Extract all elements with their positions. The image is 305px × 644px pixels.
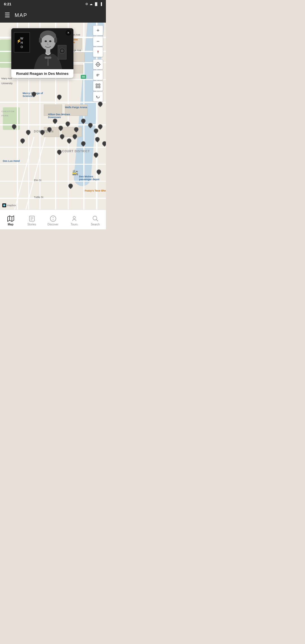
court-district-label: COURT DISTRICT: [62, 150, 90, 153]
mary-label: Mary Ave: [1, 77, 12, 80]
svg-rect-10: [96, 84, 97, 85]
svg-rect-12: [96, 86, 97, 88]
fuzzys-label: Fuzzy's Taco Shop: [85, 189, 106, 192]
map-controls: + − 0°: [93, 25, 103, 102]
svg-point-30: [61, 49, 64, 52]
pin-low2[interactable]: [93, 153, 99, 158]
pin-elm1[interactable]: [68, 184, 73, 189]
pin-right2[interactable]: [88, 123, 93, 129]
pin-mid7[interactable]: [102, 141, 106, 147]
zoom-out-button[interactable]: −: [93, 36, 103, 46]
svg-marker-42: [53, 219, 54, 221]
page-title: MAP: [15, 12, 27, 18]
nav-stories-label: Stories: [27, 223, 36, 226]
road-tuttle: [0, 198, 106, 199]
des-lux-label: Des Lux Hotel: [3, 160, 20, 162]
popup-image: W H O ⚡: [11, 28, 73, 69]
cheatom-park-label: PARK: [1, 114, 9, 117]
pin-right1[interactable]: [80, 119, 86, 124]
pin-mercy[interactable]: [31, 92, 37, 97]
svg-rect-25: [46, 49, 50, 55]
status-time: 6:21: [4, 2, 11, 6]
fullscreen-button[interactable]: [93, 81, 103, 91]
pin-mid1[interactable]: [20, 138, 25, 144]
top-bar: ☰ MAP: [0, 8, 106, 23]
pin-mid4[interactable]: [72, 134, 78, 140]
road-mary: [0, 79, 106, 80]
nav-search[interactable]: Search: [85, 214, 106, 226]
pin-center3[interactable]: [58, 126, 64, 131]
status-bar: 6:21 ⚙ ☁ ▐▌ ▐: [0, 0, 106, 8]
pin-mid5[interactable]: [80, 141, 86, 147]
tuttle-label: Tuttle St: [34, 196, 43, 199]
pin-market[interactable]: [96, 169, 102, 175]
pin-center5[interactable]: [73, 127, 79, 133]
svg-point-44: [93, 216, 97, 220]
settings-icon: ⚙: [85, 2, 88, 6]
refresh-button[interactable]: [93, 92, 103, 102]
menu-icon[interactable]: ☰: [5, 12, 10, 19]
svg-rect-11: [99, 84, 100, 85]
wells-fargo-label: Wells Fargo Arena: [65, 106, 87, 109]
pin-downtown1[interactable]: [56, 95, 62, 100]
pin-right4[interactable]: [97, 124, 103, 130]
rotation-button[interactable]: 0°: [93, 70, 103, 80]
pin-mid3[interactable]: [66, 138, 72, 144]
svg-marker-33: [8, 216, 14, 221]
discover-icon: [50, 215, 56, 222]
svg-rect-26: [45, 56, 51, 59]
nav-stories[interactable]: Stories: [21, 214, 42, 226]
pin-left2[interactable]: [25, 130, 31, 136]
svg-point-24: [49, 40, 51, 42]
pin-center2[interactable]: [52, 119, 58, 124]
zoom-in-button[interactable]: +: [93, 25, 103, 36]
map-area[interactable]: RIVER BEND CHEATOM PARK DOWNTOWN COURT D…: [0, 23, 106, 210]
svg-marker-2: [97, 50, 99, 52]
cheatom-label: CHEATOM: [1, 110, 15, 113]
mapbox-logo: mapbox: [2, 203, 16, 207]
status-icons: ⚙ ☁ ▐▌ ▐: [85, 2, 102, 6]
nav-map[interactable]: Map: [0, 214, 21, 226]
hilton-label: Hilton Des MoinesDowntown: [48, 113, 70, 119]
svg-rect-32: [54, 38, 57, 43]
pin-east[interactable]: [97, 102, 103, 107]
nav-map-label: Map: [8, 223, 14, 226]
nav-discover-label: Discover: [47, 223, 58, 226]
road-elm: [0, 181, 106, 182]
nav-discover[interactable]: Discover: [42, 214, 64, 226]
signal-icon: ▐▌: [94, 2, 99, 6]
battery-icon: ▐: [100, 2, 102, 6]
pin-center4[interactable]: [65, 121, 71, 127]
bottom-nav: Map Stories Discover Tours Search: [0, 210, 106, 229]
close-icon: ×: [67, 31, 69, 35]
bus-badge: 8B: [81, 75, 86, 79]
elm-label: Elm St: [34, 179, 42, 182]
cloud-icon: ☁: [90, 2, 93, 6]
popup-title: Ronald Reagan in Des Moines: [11, 69, 73, 78]
map-icon: [7, 215, 14, 222]
popup-card: × W H O ⚡: [11, 28, 73, 78]
nav-search-label: Search: [91, 223, 100, 226]
svg-marker-3: [97, 52, 99, 54]
road-vine: [0, 147, 106, 148]
popup-close-button[interactable]: ×: [66, 30, 71, 36]
pin-mid2[interactable]: [59, 134, 65, 140]
transit-icon: 🚉: [72, 169, 78, 176]
locate-button[interactable]: [93, 59, 103, 69]
svg-text:⚡: ⚡: [16, 39, 21, 43]
pin-mid6[interactable]: [95, 137, 100, 143]
search-icon: [92, 215, 99, 222]
pin-left1[interactable]: [11, 124, 17, 130]
svg-rect-13: [99, 86, 100, 88]
compass-button[interactable]: [93, 47, 103, 57]
svg-marker-41: [53, 217, 54, 218]
svg-rect-27: [47, 59, 49, 66]
pin-center1[interactable]: [47, 127, 52, 133]
svg-rect-31: [39, 38, 42, 43]
svg-line-45: [96, 219, 98, 221]
pin-low1[interactable]: [56, 150, 62, 155]
svg-point-43: [73, 216, 75, 219]
svg-text:O: O: [21, 45, 23, 49]
pin-left3[interactable]: [40, 130, 45, 136]
nav-tours[interactable]: Tours: [64, 214, 85, 226]
